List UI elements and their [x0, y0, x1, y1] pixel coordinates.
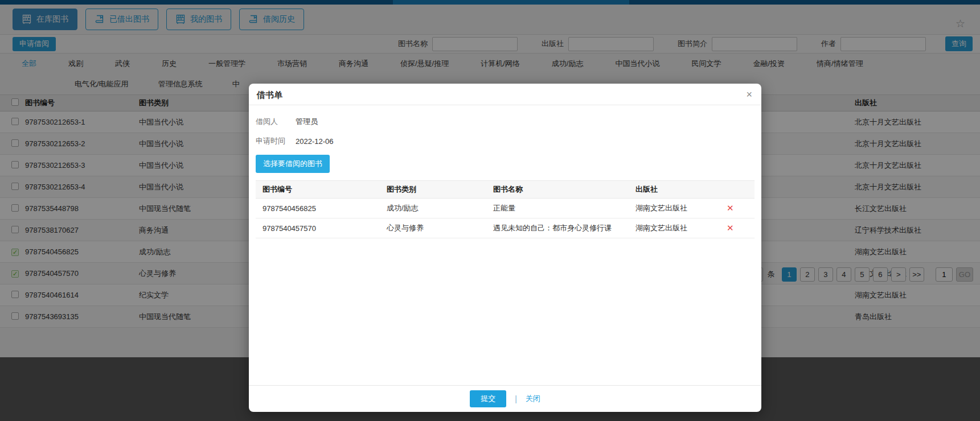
borrower-field: 借阅人 管理员: [256, 117, 755, 127]
modal-title: 借书单: [257, 90, 282, 100]
apply-time-label: 申请时间: [256, 136, 296, 146]
modal-cell-publisher: 湖南文艺出版社: [629, 223, 720, 233]
delete-icon[interactable]: ✕: [727, 203, 734, 213]
modal-cell-book-id: 9787540456825: [256, 204, 380, 213]
borrow-list-modal: 借书单 × 借阅人 管理员 申请时间 2022-12-06 选择要借阅的图书 图…: [249, 84, 761, 412]
modal-cell-book-category: 成功/励志: [380, 203, 486, 213]
footer-divider: |: [515, 394, 517, 403]
modal-table-header: 图书编号 图书类别 图书名称 出版社: [256, 180, 755, 199]
apply-time-value: 2022-12-06: [296, 137, 334, 146]
select-books-button[interactable]: 选择要借阅的图书: [256, 155, 330, 173]
delete-icon[interactable]: ✕: [727, 223, 734, 233]
modal-table-row: 9787540456825 成功/励志 正能量 湖南文艺出版社 ✕: [256, 199, 755, 218]
apply-time-field: 申请时间 2022-12-06: [256, 136, 755, 146]
modal-cell-book-name: 正能量: [486, 203, 629, 213]
modal-table-row: 9787540457570 心灵与修养 遇见未知的自己：都市身心灵修行课 湖南文…: [256, 218, 755, 238]
close-button[interactable]: 关闭: [526, 394, 540, 404]
borrower-value: 管理员: [296, 117, 318, 127]
modal-header-book-name: 图书名称: [486, 184, 629, 195]
modal-header-book-category: 图书类别: [380, 184, 486, 195]
modal-cell-publisher: 湖南文艺出版社: [629, 203, 720, 213]
modal-header-book-id: 图书编号: [256, 184, 380, 195]
borrower-label: 借阅人: [256, 117, 296, 127]
modal-cell-book-category: 心灵与修养: [380, 223, 486, 233]
submit-button[interactable]: 提交: [470, 390, 506, 407]
modal-footer: 提交 | 关闭: [249, 385, 761, 412]
modal-header: 借书单 ×: [249, 84, 761, 105]
modal-header-publisher: 出版社: [629, 184, 720, 195]
modal-body: 借阅人 管理员 申请时间 2022-12-06 选择要借阅的图书 图书编号 图书…: [249, 105, 761, 238]
modal-cell-book-id: 9787540457570: [256, 224, 380, 233]
modal-cell-book-name: 遇见未知的自己：都市身心灵修行课: [486, 223, 629, 233]
close-icon[interactable]: ×: [746, 89, 752, 101]
modal-books-table: 图书编号 图书类别 图书名称 出版社 9787540456825 成功/励志 正…: [256, 180, 755, 238]
